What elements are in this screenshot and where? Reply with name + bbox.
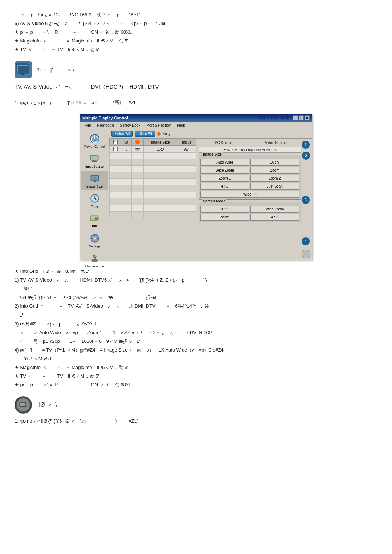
sidebar-pip[interactable]: PIP (81, 211, 108, 230)
sidebar-settings[interactable]: Settings (81, 231, 108, 250)
menu-help[interactable]: Help (174, 122, 188, 128)
row-imgsize-1: 16:9 (143, 146, 177, 153)
line-4: ★ MagicInfo ＜ － ＝ MagicInfo fi •5＜M... 劲… (15, 37, 377, 45)
table-row[interactable] (110, 192, 196, 198)
close-button[interactable]: × (305, 115, 310, 120)
table-row[interactable] (110, 172, 196, 179)
scroll-button[interactable]: › (302, 250, 310, 258)
display-icon-2 (15, 396, 32, 414)
sidebar-settings-label: Settings (89, 245, 101, 248)
source-row: PC Source Video Source (199, 141, 301, 145)
screen-16-9-btn[interactable]: 16 : 9 (200, 206, 249, 213)
select-all-button[interactable]: Select All (111, 131, 133, 137)
ig-line-6: L' (15, 311, 377, 319)
16-9-btn[interactable]: 16 : 9 (250, 159, 299, 166)
mdc-title: Multiple Display Control (82, 116, 128, 120)
table-row[interactable] (110, 179, 196, 185)
image-size-title: Image Size (202, 152, 223, 156)
step1-text: 1. ›p¿np ¿＜p› p '{¶ {'Y6 p› p－ \画） #ZL' (15, 99, 377, 107)
badge-4: 4 (302, 237, 310, 245)
svg-point-13 (93, 177, 96, 180)
info-grid-text-block: ★ Info Grid IIØ ＜ \9 8. vh' %L' 1) TV, A… (15, 267, 377, 389)
screen-mode-grid: 16 : 9 Wide Zoom Zoom 4 : 3 (200, 206, 299, 221)
svg-rect-14 (94, 181, 96, 182)
device-table: ID Image Size Input 0 16:9 (109, 139, 196, 218)
mdc-body: Power Control Input Source (80, 129, 312, 260)
row-id-1: 0 (121, 146, 132, 153)
col-header-imagesize: Image Size (143, 139, 177, 146)
ig-line-10: 4) 画）fi－ ＝TV（PAL ＜M）g続#Z4 4 Image Size（ … (15, 346, 377, 354)
table-row[interactable] (110, 198, 196, 205)
table-row[interactable]: 0 16:9 AV (110, 146, 196, 153)
mdc-titlebar: Multiple Display Control SAMSUNG DISP _ … (80, 114, 312, 122)
auto-wide-btn[interactable]: Auto Wide (200, 159, 249, 166)
screen-wide-zoom-btn[interactable]: Wide Zoom (250, 206, 299, 213)
col-header-input: Input (177, 139, 196, 146)
ig-line-5: 2) Info Grid ＝ － TV, AV S-Video ¿' ¿ , H… (15, 302, 377, 310)
tv-av-line: TV, AV, S-Video, ¿' ¬¿ , DVI（HDCP）, HDMI… (15, 82, 377, 91)
titlebar-buttons: _ □ × (293, 115, 310, 120)
sidebar-input-source[interactable]: Input Source (81, 151, 108, 170)
svg-rect-3 (21, 73, 24, 75)
check-all[interactable] (113, 140, 118, 144)
display-icon-1 (15, 61, 32, 78)
col-header-check[interactable] (110, 139, 121, 146)
ig-line-4: 'G4 æ択 '{¶ {'YL－＝ s {¤ { '&/%4 \／＜ 'æ 択%… (15, 294, 377, 301)
zoom-btn[interactable]: Zoom (250, 167, 299, 174)
ig-line-3: %L' (15, 285, 377, 293)
input-icon (89, 153, 101, 164)
table-row[interactable] (110, 205, 196, 212)
sidebar-power-label: Power Control (84, 145, 105, 148)
row-check-1[interactable] (113, 147, 118, 151)
menu-port-selection[interactable]: Port Selection (143, 122, 174, 128)
power-icon (89, 133, 101, 144)
table-row[interactable] (110, 185, 196, 192)
wide-zoom-btn[interactable]: Wide Zoom (200, 167, 249, 174)
ig-line-14: ★ p›－ p ＜\＝ R － ON ＜ 9. ...劲 68XL' (15, 381, 377, 389)
sidebar-imagesize-label: Image Size (86, 185, 103, 188)
col-header-id: ID (121, 139, 132, 146)
wide-fit-btn[interactable]: Wide Fit (200, 191, 299, 198)
table-row[interactable] (110, 159, 196, 166)
sidebar-time[interactable]: Time (81, 191, 108, 210)
menu-file[interactable]: File (82, 122, 94, 128)
sidebar-input-label: Input Source (85, 165, 104, 168)
mdc-content: ID Image Size Input 0 16:9 (109, 139, 312, 248)
pc-source-label: PC Source (199, 141, 249, 145)
zoom1-btn[interactable]: Zoom 1 (200, 175, 249, 182)
mdc-main: Select All Clear All Busy ID (109, 129, 312, 260)
4-3-btn[interactable]: 4 : 3 (200, 183, 249, 190)
clear-all-button[interactable]: Clear All (135, 131, 155, 137)
col-header-status (132, 139, 143, 146)
icon-label-row-2: IIØ ＜ \ (15, 396, 377, 414)
sidebar-maintenance[interactable]: Maintenance (81, 251, 108, 270)
minimize-button[interactable]: _ (293, 115, 298, 120)
mdc-menubar: File Remocon Safety Lock Port Selection … (80, 122, 312, 129)
just-scan-btn[interactable]: Just Scan (250, 183, 299, 190)
bottom-line-1: 1. ›p¿np ¿＜IIØ'{¶ {'Y6 IIØ ＜ \画 ） #ZL' (15, 417, 377, 425)
line-3: ★ p›－ p ＜\＝ R － ON ＜ 9. ...劲 68XL' (15, 28, 377, 36)
tv-av-text: TV, AV, S-Video, ¿' ¬¿ , DVI（HDCP）, HDMI… (15, 82, 377, 91)
svg-point-21 (93, 237, 96, 240)
table-row[interactable] (110, 166, 196, 172)
svg-rect-2 (17, 65, 28, 71)
svg-rect-5 (22, 67, 23, 68)
table-row[interactable] (110, 153, 196, 159)
line-1: － p›－ p \ ¤ ¿＝PC BNC DVI 9 ...劲 8 p›－ p … (15, 11, 377, 19)
maximize-button[interactable]: □ (299, 115, 304, 120)
badge-2: 2 (302, 152, 310, 160)
menu-safety-lock[interactable]: Safety Lock (117, 122, 143, 128)
svg-rect-4 (20, 75, 25, 75)
sidebar-power-control[interactable]: Power Control (81, 131, 108, 150)
sidebar-image-size[interactable]: Image Size (81, 171, 108, 190)
row-status-1 (135, 147, 140, 151)
mdc-sidebar: Power Control Input Source (80, 129, 109, 260)
source-value: TV,AV,S-Video,Component,HDMI,DTV (199, 147, 301, 153)
zoom2-btn[interactable]: Zoom 2 (250, 175, 299, 182)
mdc-toolbar: Select All Clear All Busy (109, 129, 312, 139)
ig-line-11: Y6 9＜M y5 L' (15, 355, 377, 363)
menu-remocon[interactable]: Remocon (94, 122, 117, 128)
screen-zoom-btn[interactable]: Zoom (200, 214, 249, 221)
screen-4-3-btn[interactable]: 4 : 3 (250, 214, 299, 221)
table-row[interactable] (110, 212, 196, 218)
